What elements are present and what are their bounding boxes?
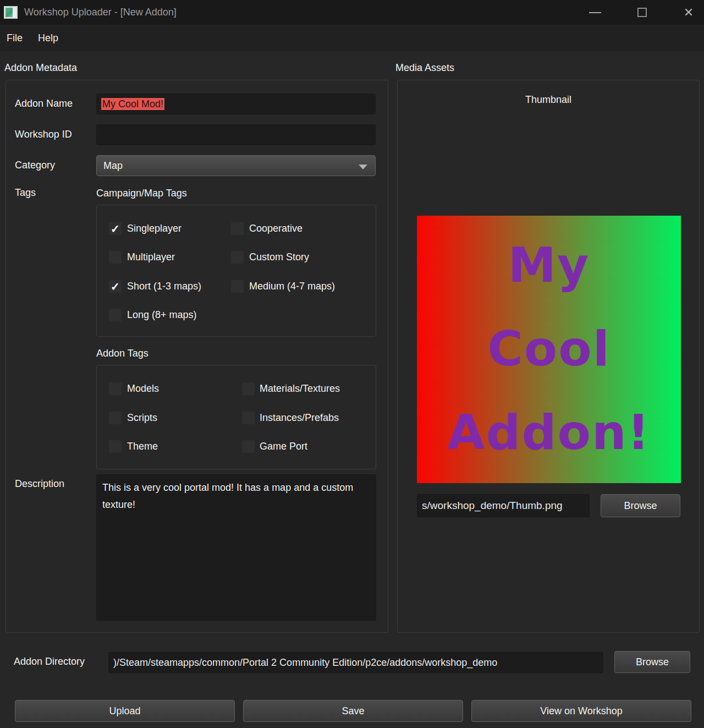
checkbox-theme-label: Theme	[127, 440, 158, 453]
thumbnail-label: Thumbnail	[397, 94, 700, 106]
addon-tags-title: Addon Tags	[96, 348, 148, 359]
checkbox-game-port[interactable]: ✓	[242, 440, 255, 453]
checkbox-singleplayer[interactable]: ✓	[109, 222, 122, 235]
menu-file[interactable]: File	[0, 25, 30, 51]
close-icon: ✕	[684, 7, 694, 19]
checkbox-short-label: Short (1-3 maps)	[127, 280, 201, 293]
save-button[interactable]: Save	[243, 700, 463, 722]
checkbox-scripts-label: Scripts	[127, 412, 157, 424]
category-label: Category	[15, 160, 55, 171]
checkbox-cooperative-label: Cooperative	[249, 222, 302, 235]
maximize-button[interactable]	[630, 0, 654, 25]
thumbnail-text-line-3: Addon!	[447, 404, 650, 461]
addon-directory-browse-button[interactable]: Browse	[614, 651, 690, 673]
checkbox-multiplayer-label: Multiplayer	[127, 251, 175, 264]
dropdown-arrow-icon	[359, 165, 367, 169]
thumbnail-text-line-2: Cool	[487, 320, 610, 377]
title-bar: Workshop Uploader - [New Addon] ✕	[0, 0, 704, 25]
menu-help[interactable]: Help	[30, 25, 66, 51]
window-title: Workshop Uploader - [New Addon]	[24, 0, 177, 25]
checkbox-medium[interactable]: ✓	[231, 280, 244, 293]
checkbox-custom-story[interactable]: ✓	[231, 251, 244, 264]
checkbox-instances-label: Instances/Prefabs	[260, 412, 339, 424]
checkbox-custom-story-label: Custom Story	[249, 251, 309, 264]
thumbnail-image: My Cool Addon!	[417, 216, 681, 483]
checkbox-multiplayer[interactable]: ✓	[109, 251, 122, 264]
minimize-button[interactable]	[583, 0, 607, 25]
checkbox-models-label: Models	[127, 382, 159, 395]
checkbox-game-port-label: Game Port	[260, 440, 307, 453]
checkbox-models[interactable]: ✓	[109, 382, 122, 395]
addon-metadata-title: Addon Metadata	[4, 62, 77, 74]
tags-label: Tags	[15, 187, 36, 199]
thumbnail-path-input[interactable]: s/workshop_demo/Thumb.png	[417, 494, 590, 517]
campaign-tags-title: Campaign/Map Tags	[96, 188, 187, 199]
checkbox-instances[interactable]: ✓	[242, 412, 255, 424]
app-icon	[4, 6, 18, 19]
addon-name-label: Addon Name	[15, 98, 73, 110]
workshop-id-label: Workshop ID	[15, 129, 72, 140]
checkbox-materials[interactable]: ✓	[242, 382, 255, 395]
thumbnail-text-line-1: My	[508, 237, 590, 294]
addon-name-input[interactable]: My Cool Mod!	[96, 94, 376, 114]
category-value: Map	[103, 160, 123, 171]
checkbox-scripts[interactable]: ✓	[109, 412, 122, 424]
checkbox-long-label: Long (8+ maps)	[127, 309, 197, 321]
checkbox-long[interactable]: ✓	[109, 309, 122, 321]
app-icon-image	[6, 8, 13, 17]
description-label: Description	[15, 478, 64, 490]
view-on-workshop-button[interactable]: View on Workshop	[471, 700, 691, 722]
checkbox-theme[interactable]: ✓	[109, 440, 122, 453]
checkbox-cooperative[interactable]: ✓	[231, 222, 244, 235]
menu-bar: File Help	[0, 25, 704, 51]
thumbnail-browse-button[interactable]: Browse	[601, 494, 680, 517]
checkbox-singleplayer-label: Singleplayer	[127, 222, 182, 235]
media-assets-title: Media Assets	[395, 62, 454, 74]
close-button[interactable]: ✕	[676, 0, 701, 25]
addon-directory-label: Addon Directory	[14, 656, 85, 667]
checkbox-medium-label: Medium (4-7 maps)	[249, 280, 335, 293]
check-icon: ✓	[111, 281, 120, 292]
maximize-icon	[637, 8, 647, 17]
workshop-id-input[interactable]	[96, 124, 376, 145]
addon-name-selected-text: My Cool Mod!	[101, 98, 164, 110]
check-icon: ✓	[111, 223, 120, 234]
minimize-icon	[589, 12, 601, 13]
category-select[interactable]: Map	[96, 155, 376, 176]
description-input[interactable]: This is a very cool portal mod! It has a…	[96, 474, 376, 621]
checkbox-short[interactable]: ✓	[109, 280, 122, 293]
checkbox-materials-label: Materials/Textures	[260, 382, 340, 395]
addon-directory-input[interactable]: )/Steam/steamapps/common/Portal 2 Commun…	[108, 652, 603, 673]
upload-button[interactable]: Upload	[15, 700, 235, 722]
